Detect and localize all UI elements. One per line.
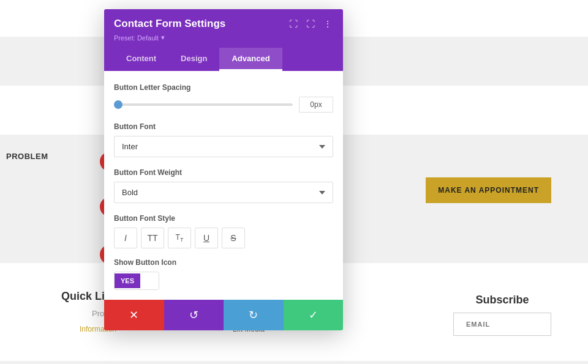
letter-spacing-label: Button Letter Spacing (114, 83, 333, 92)
modal-icons: ⛶ ⛶ ⋮ (288, 18, 333, 30)
modal-tabs: Content Design Advanced (114, 48, 333, 71)
strikethrough-icon: S (230, 233, 236, 243)
uppercase-button[interactable]: TT (141, 228, 164, 248)
uppercase-icon: TT (147, 233, 157, 243)
tab-content[interactable]: Content (114, 48, 168, 71)
undo-button[interactable]: ↺ (164, 300, 224, 330)
capitalize-icon: TT (176, 233, 184, 243)
more-icon: ⋮ (323, 19, 332, 29)
modal-title: Contact Form Settings (114, 18, 225, 30)
tab-design[interactable]: Design (168, 48, 219, 71)
modal-title-row: Contact Form Settings ⛶ ⛶ ⋮ (114, 18, 333, 30)
italic-icon: I (124, 233, 127, 243)
toggle-no-area (140, 272, 159, 289)
preset-row[interactable]: Preset: Default ▾ (114, 34, 333, 42)
toggle-yes-label: YES (115, 273, 140, 288)
undo-icon: ↺ (189, 308, 198, 322)
contact-form-settings-modal: Contact Form Settings ⛶ ⛶ ⋮ Preset: Defa… (104, 9, 343, 330)
button-font-weight-label: Button Font Weight (114, 168, 333, 177)
expand-icon: ⛶ (289, 19, 298, 29)
email-input[interactable] (453, 313, 551, 336)
preset-arrow-icon: ▾ (161, 34, 165, 42)
expand-icon-button[interactable]: ⛶ (288, 18, 299, 30)
tab-advanced[interactable]: Advanced (219, 48, 282, 71)
modal-footer: ✕ ↺ ↻ ✓ (104, 300, 343, 330)
quick-links-label: Quick Li (61, 290, 105, 303)
letter-spacing-slider[interactable] (114, 103, 293, 106)
button-font-style-label: Button Font Style (114, 214, 333, 223)
appointment-button[interactable]: MAKE AN APPOINTMENT (426, 177, 551, 203)
save-button[interactable]: ✓ (284, 300, 344, 330)
strikethrough-button[interactable]: S (222, 228, 245, 248)
button-font-select[interactable]: Inter Open Sans Roboto Lato Montserrat (114, 136, 333, 157)
layout-icon-button[interactable]: ⛶ (305, 18, 316, 30)
underline-icon: U (203, 233, 209, 243)
redo-button[interactable]: ↻ (224, 300, 284, 330)
capitalize-button[interactable]: TT (168, 228, 191, 248)
modal-header: Contact Form Settings ⛶ ⛶ ⋮ Preset: Defa… (104, 9, 343, 71)
more-options-icon-button[interactable]: ⋮ (322, 18, 333, 30)
toggle-row: YES (114, 272, 333, 290)
redo-icon: ↻ (249, 308, 258, 322)
save-icon: ✓ (309, 308, 318, 322)
layout-icon: ⛶ (306, 19, 315, 29)
underline-button[interactable]: U (195, 228, 218, 248)
font-style-buttons: I TT TT U S (114, 228, 333, 248)
cancel-icon: ✕ (129, 308, 138, 322)
cancel-button[interactable]: ✕ (104, 300, 164, 330)
preset-label: Preset: Default (114, 34, 159, 42)
subscribe-section: Subscribe (453, 294, 551, 336)
subscribe-title: Subscribe (453, 294, 551, 306)
button-font-label: Button Font (114, 122, 333, 131)
problem-label: PROBLEM (6, 152, 48, 161)
show-icon-toggle[interactable]: YES (114, 272, 159, 290)
letter-spacing-row: 0px (114, 97, 333, 113)
button-font-weight-select[interactable]: Bold Normal Light Extra Bold (114, 182, 333, 203)
italic-button[interactable]: I (114, 228, 137, 248)
letter-spacing-value: 0px (299, 97, 333, 113)
show-button-icon-label: Show Button Icon (114, 258, 333, 267)
modal-body: Button Letter Spacing 0px Button Font In… (104, 71, 343, 290)
